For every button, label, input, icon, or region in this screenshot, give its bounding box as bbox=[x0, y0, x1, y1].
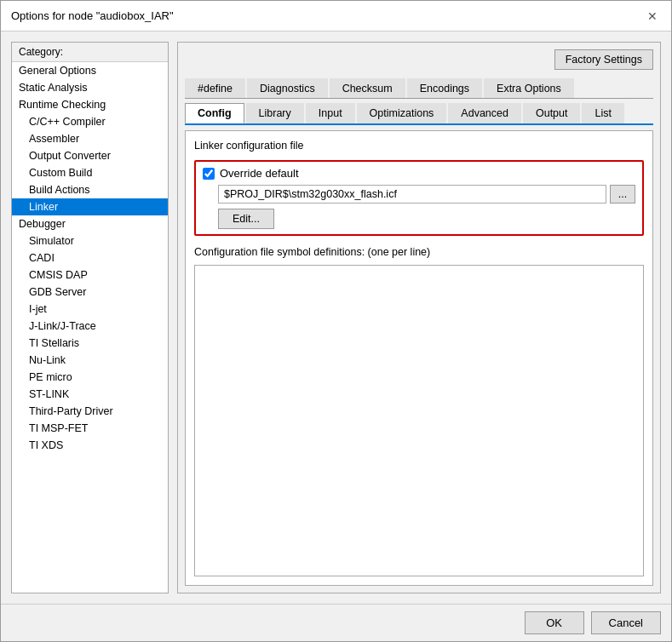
factory-btn-row: Factory Settings bbox=[185, 49, 653, 70]
sidebar: Category: General OptionsStatic Analysis… bbox=[11, 42, 169, 593]
dialog-title: Options for node "audiobox_IAR" bbox=[11, 9, 174, 22]
sidebar-item-ti-xds[interactable]: TI XDS bbox=[12, 437, 168, 454]
tab--define[interactable]: #define bbox=[185, 78, 245, 98]
sidebar-item-output-converter[interactable]: Output Converter bbox=[12, 147, 168, 164]
tabs-row1: #defineDiagnosticsChecksumEncodingsExtra… bbox=[185, 78, 653, 99]
sidebar-item-general-options[interactable]: General Options bbox=[12, 62, 168, 79]
sidebar-item-nu-link[interactable]: Nu-Link bbox=[12, 352, 168, 369]
sidebar-item-pe-micro[interactable]: PE micro bbox=[12, 369, 168, 386]
tab-library[interactable]: Library bbox=[246, 103, 304, 123]
sidebar-item-static-analysis[interactable]: Static Analysis bbox=[12, 79, 168, 96]
sidebar-item-ti-msp-fet[interactable]: TI MSP-FET bbox=[12, 420, 168, 437]
tabs-row2: ConfigLibraryInputOptimizationsAdvancedO… bbox=[185, 103, 653, 125]
sidebar-item-cmsis-dap[interactable]: CMSIS DAP bbox=[12, 267, 168, 284]
symbol-textarea[interactable] bbox=[194, 265, 644, 576]
symbol-def-label: Configuration file symbol definitions: (… bbox=[194, 246, 644, 258]
sidebar-item-assembler[interactable]: Assembler bbox=[12, 130, 168, 147]
title-bar: Options for node "audiobox_IAR" ✕ bbox=[1, 1, 671, 32]
cancel-button[interactable]: Cancel bbox=[591, 611, 661, 634]
tab-checksum[interactable]: Checksum bbox=[330, 78, 405, 98]
sidebar-item-debugger[interactable]: Debugger bbox=[12, 215, 168, 232]
file-path-input[interactable] bbox=[218, 185, 606, 203]
ok-button[interactable]: OK bbox=[525, 611, 584, 634]
override-box: Override default ... Edit... bbox=[194, 160, 644, 236]
sidebar-item-simulator[interactable]: Simulator bbox=[12, 232, 168, 249]
sidebar-item-st-link[interactable]: ST-LINK bbox=[12, 386, 168, 403]
override-label: Override default bbox=[220, 167, 299, 180]
dialog-body: Category: General OptionsStatic Analysis… bbox=[1, 32, 671, 604]
override-row: Override default bbox=[203, 167, 635, 180]
dialog-footer: OK Cancel bbox=[1, 604, 671, 641]
edit-button[interactable]: Edit... bbox=[218, 209, 274, 229]
tab-optimizations[interactable]: Optimizations bbox=[357, 103, 447, 123]
sidebar-item-linker[interactable]: Linker bbox=[12, 198, 168, 215]
tab-diagnostics[interactable]: Diagnostics bbox=[247, 78, 328, 98]
sidebar-item-ti-stellaris[interactable]: TI Stellaris bbox=[12, 335, 168, 352]
sidebar-item-cadi[interactable]: CADI bbox=[12, 249, 168, 267]
tab-encodings[interactable]: Encodings bbox=[407, 78, 482, 98]
category-label: Category: bbox=[12, 43, 168, 62]
content-area: Linker configuration file Override defau… bbox=[185, 130, 653, 586]
sidebar-item-c-c-compiler[interactable]: C/C++ Compiler bbox=[12, 113, 168, 130]
override-checkbox[interactable] bbox=[203, 168, 215, 180]
close-button[interactable]: ✕ bbox=[644, 8, 661, 25]
sidebar-item-gdb-server[interactable]: GDB Server bbox=[12, 284, 168, 301]
dialog: Options for node "audiobox_IAR" ✕ Catego… bbox=[0, 0, 672, 642]
tab-list[interactable]: List bbox=[582, 103, 623, 123]
tab-advanced[interactable]: Advanced bbox=[448, 103, 521, 123]
tab-config[interactable]: Config bbox=[185, 103, 244, 123]
tab-input[interactable]: Input bbox=[306, 103, 355, 123]
main-panel: Factory Settings #defineDiagnosticsCheck… bbox=[177, 42, 661, 593]
tab-output[interactable]: Output bbox=[523, 103, 581, 123]
sidebar-item-j-link-j-trace[interactable]: J-Link/J-Trace bbox=[12, 318, 168, 335]
sidebar-item-third-party-driver[interactable]: Third-Party Driver bbox=[12, 403, 168, 420]
browse-button[interactable]: ... bbox=[610, 185, 635, 203]
tab-extra-options[interactable]: Extra Options bbox=[484, 78, 574, 98]
file-row: ... bbox=[218, 185, 635, 203]
sidebar-items: General OptionsStatic AnalysisRuntime Ch… bbox=[12, 62, 168, 454]
sidebar-item-custom-build[interactable]: Custom Build bbox=[12, 164, 168, 181]
linker-config-section-label: Linker configuration file bbox=[194, 140, 644, 152]
sidebar-item-runtime-checking[interactable]: Runtime Checking bbox=[12, 96, 168, 113]
factory-settings-button[interactable]: Factory Settings bbox=[554, 49, 653, 70]
sidebar-item-i-jet[interactable]: I-jet bbox=[12, 301, 168, 318]
sidebar-item-build-actions[interactable]: Build Actions bbox=[12, 181, 168, 198]
